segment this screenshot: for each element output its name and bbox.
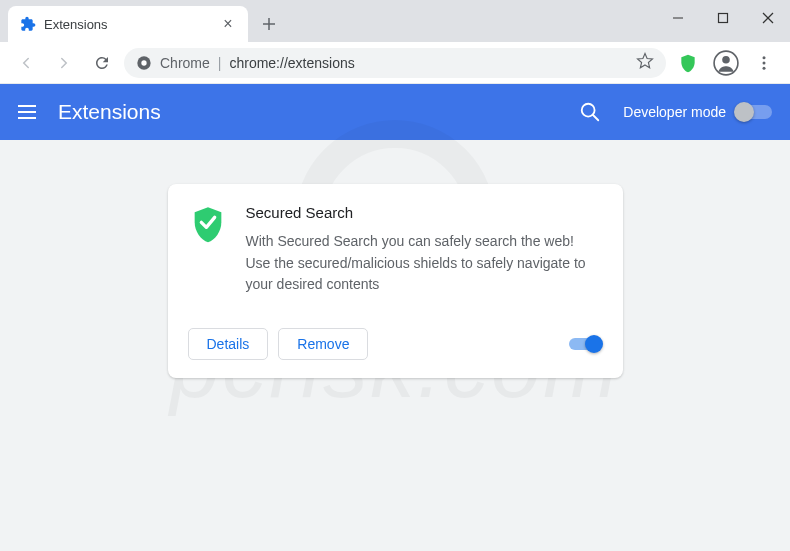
svg-point-12 <box>763 66 766 69</box>
extension-shield-icon <box>188 204 228 244</box>
browser-logo-icon <box>136 55 152 71</box>
extension-enable-toggle[interactable] <box>569 338 599 350</box>
remove-button[interactable]: Remove <box>278 328 368 360</box>
content-area: pcrisk.com Secured Search With Secured S… <box>0 140 790 551</box>
forward-button[interactable] <box>48 47 80 79</box>
details-button[interactable]: Details <box>188 328 269 360</box>
window-controls <box>655 0 790 36</box>
extension-description: With Secured Search you can safely searc… <box>246 231 603 296</box>
address-prefix: Chrome <box>160 55 210 71</box>
kebab-menu-icon[interactable] <box>748 47 780 79</box>
svg-point-11 <box>763 61 766 64</box>
minimize-button[interactable] <box>655 0 700 36</box>
developer-mode-toggle[interactable] <box>736 105 772 119</box>
svg-rect-1 <box>718 14 727 23</box>
svg-line-14 <box>593 115 599 121</box>
shield-extension-icon[interactable] <box>672 47 704 79</box>
address-bar[interactable]: Chrome | chrome://extensions <box>124 48 666 78</box>
developer-mode-label: Developer mode <box>623 104 726 120</box>
bookmark-star-icon[interactable] <box>636 52 654 73</box>
browser-tab[interactable]: Extensions × <box>8 6 248 42</box>
close-window-button[interactable] <box>745 0 790 36</box>
reload-button[interactable] <box>86 47 118 79</box>
extension-name: Secured Search <box>246 204 603 221</box>
tab-title: Extensions <box>44 17 212 32</box>
new-tab-button[interactable] <box>254 9 284 39</box>
extension-card: Secured Search With Secured Search you c… <box>168 184 623 378</box>
back-button[interactable] <box>10 47 42 79</box>
svg-point-7 <box>141 60 146 65</box>
search-icon[interactable] <box>579 101 601 123</box>
address-url: chrome://extensions <box>229 55 354 71</box>
developer-mode-control: Developer mode <box>623 104 772 120</box>
close-tab-icon[interactable]: × <box>220 16 236 32</box>
browser-toolbar: Chrome | chrome://extensions <box>0 42 790 84</box>
extension-puzzle-icon <box>20 16 36 32</box>
svg-point-10 <box>763 56 766 59</box>
profile-avatar-icon[interactable] <box>710 47 742 79</box>
page-title: Extensions <box>58 100 161 124</box>
hamburger-menu-icon[interactable] <box>18 105 36 119</box>
maximize-button[interactable] <box>700 0 745 36</box>
svg-point-9 <box>722 55 730 63</box>
address-divider: | <box>218 55 222 71</box>
extensions-header: Extensions Developer mode <box>0 84 790 140</box>
